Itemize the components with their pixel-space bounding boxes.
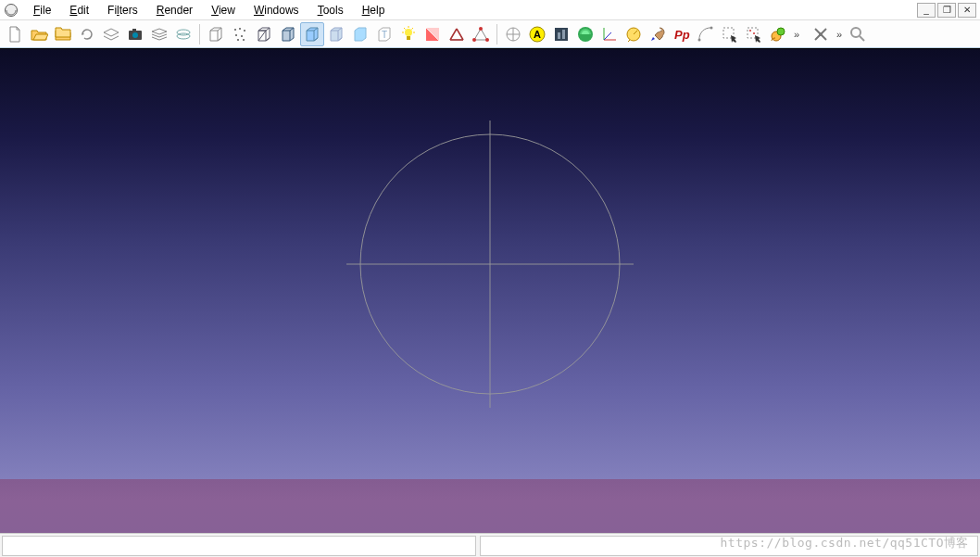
normals-button[interactable] [501,22,525,46]
svg-rect-31 [558,32,560,39]
edgedeco-button[interactable] [445,22,469,46]
svg-point-43 [749,30,751,32]
svg-text:T: T [382,30,387,40]
menu-windows[interactable]: Windows [245,2,308,19]
align-button[interactable]: Pp [670,22,694,46]
svg-point-23 [485,38,489,42]
svg-point-39 [698,38,701,41]
svg-point-44 [753,32,755,34]
open-button[interactable] [27,22,51,46]
preferences-button[interactable] [809,22,833,46]
menu-filters[interactable]: Filters [98,2,147,19]
svg-point-24 [479,27,483,31]
quality-button[interactable] [573,22,597,46]
hiddenlines-button[interactable] [276,22,300,46]
svg-rect-3 [132,29,136,32]
selectvert-button[interactable] [742,22,766,46]
svg-point-46 [777,28,785,35]
svg-point-12 [243,39,245,41]
svg-rect-20 [407,36,410,40]
svg-point-14 [405,29,412,36]
svg-point-52 [360,134,620,394]
status-bar: https://blog.csdn.net/qq51CTO博客 [0,533,980,557]
import-button[interactable] [51,22,75,46]
svg-rect-30 [555,28,568,41]
menu-help[interactable]: Help [353,2,395,19]
svg-point-9 [235,34,237,36]
measure-button[interactable] [622,22,646,46]
svg-point-40 [710,26,713,29]
texture-button[interactable]: T [372,22,396,46]
svg-line-18 [404,28,406,30]
svg-line-36 [604,32,611,40]
arc-button[interactable] [694,22,718,46]
status-left [2,536,476,556]
svg-text:Pp: Pp [674,28,690,42]
svg-point-11 [237,39,239,41]
menu-file[interactable]: File [24,2,60,19]
menu-tools[interactable]: Tools [308,2,353,19]
manipulate-button[interactable] [766,22,790,46]
window-close[interactable]: ✕ [958,3,976,18]
toolbar-overflow-2[interactable]: » [833,22,846,46]
svg-line-51 [860,36,864,41]
main-toolbar: T A Pp » [0,20,980,48]
menu-edit[interactable]: Edit [60,2,98,19]
paint-button[interactable] [646,22,670,46]
svg-point-5 [177,30,190,35]
toolbar-overflow-1[interactable]: » [790,22,803,46]
app-icon [4,3,19,18]
snapshot-button[interactable] [123,22,147,46]
save-button[interactable] [99,22,123,46]
svg-point-10 [241,35,243,37]
layers-button[interactable] [147,22,171,46]
selectarea-button[interactable] [718,22,742,46]
svg-point-8 [244,30,245,32]
labels-button[interactable]: A [525,22,549,46]
svg-text:A: A [534,29,541,40]
svg-rect-32 [562,30,565,39]
trackball-gizmo [342,116,638,412]
svg-point-2 [132,32,138,38]
svg-line-19 [412,28,414,30]
bbox-button[interactable] [204,22,228,46]
menu-view[interactable]: View [202,2,245,19]
principal-button[interactable] [549,22,573,46]
raster-button[interactable] [171,22,195,46]
points-button[interactable] [228,22,252,46]
smooth-button[interactable] [348,22,372,46]
window-minimize[interactable]: _ [917,3,936,18]
svg-point-50 [851,28,861,37]
flatlines-button[interactable] [324,22,348,46]
reload-button[interactable] [75,22,99,46]
viewport-3d[interactable] [0,48,980,533]
svg-point-49 [819,32,823,36]
axis-button[interactable] [597,22,622,46]
selverts-button[interactable] [469,22,493,46]
window-restore[interactable]: ❐ [937,3,956,18]
flat-button[interactable] [300,22,324,46]
new-project-button[interactable] [3,22,27,46]
menu-bar: File Edit Filters Render View Windows To… [0,0,980,20]
search-button[interactable] [846,22,870,46]
menu-render[interactable]: Render [147,2,202,19]
backface-button[interactable] [421,22,445,46]
light-button[interactable] [396,22,421,46]
status-right [480,536,978,556]
wireframe-button[interactable] [252,22,276,46]
svg-point-7 [239,28,241,30]
svg-point-6 [234,29,236,31]
ground-plane [0,479,980,533]
svg-point-22 [472,38,476,42]
